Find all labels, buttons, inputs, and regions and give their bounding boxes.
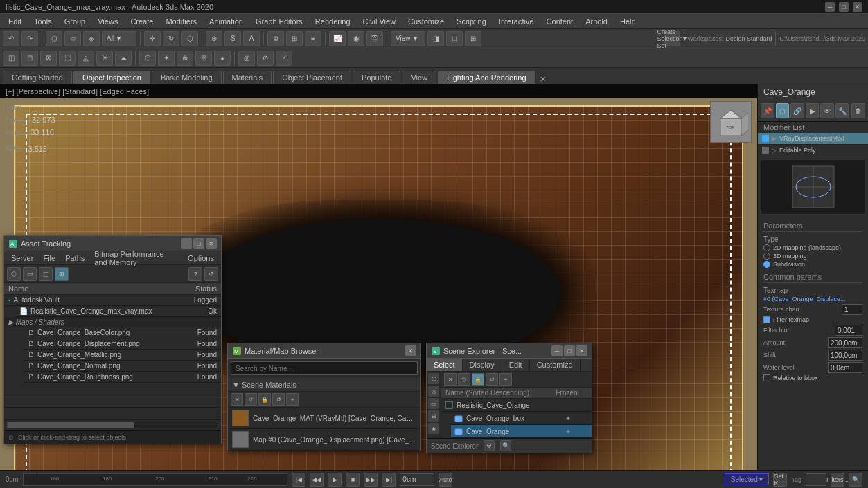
sub-btn-12[interactable]: ⬥: [214, 51, 231, 66]
view-dropdown[interactable]: View▾: [391, 31, 425, 46]
tab-close-btn[interactable]: ✕: [540, 75, 546, 84]
sub-btn-3[interactable]: ⊠: [40, 51, 57, 66]
filters-btn[interactable]: Filters...: [831, 473, 844, 487]
close-button[interactable]: ✕: [853, 2, 862, 12]
se-close-btn[interactable]: ✕: [576, 345, 587, 356]
scale-button[interactable]: ⬡: [181, 31, 198, 46]
at-row-roughness[interactable]: 🗋 Cave_Orange_Roughness.png Found: [24, 372, 221, 383]
modifier-icon-btn[interactable]: ⬡: [776, 103, 790, 118]
prev-key-btn[interactable]: ◀◀: [310, 473, 324, 487]
snap-toggle[interactable]: S: [224, 31, 241, 46]
help-btn[interactable]: ?: [276, 51, 292, 66]
at-menu-paths[interactable]: Paths: [61, 253, 89, 263]
at-row-displacement[interactable]: 🗋 Cave_Orange_Displacement.png Found: [24, 338, 221, 350]
menu-tools[interactable]: Tools: [28, 16, 57, 27]
at-row-metallic[interactable]: 🗋 Cave_Orange_Metallic.png Found: [24, 350, 221, 361]
set-key-btn[interactable]: Set K.: [773, 473, 787, 487]
sub-btn-4[interactable]: ⬚: [59, 51, 76, 66]
mapping-2d-row[interactable]: 2D mapping (landscape): [763, 244, 862, 252]
sub-btn-8[interactable]: ⬡: [139, 51, 156, 66]
at-menu-file[interactable]: File: [39, 253, 60, 263]
se-left-btn-1[interactable]: ⬡: [428, 373, 439, 384]
filter-texmap-checkbox[interactable]: [763, 316, 770, 323]
se-maximize-btn[interactable]: □: [564, 345, 575, 356]
se-left-btn-2[interactable]: ◎: [428, 386, 439, 397]
tab-getting-started[interactable]: Getting Started: [3, 71, 72, 84]
maximize-button[interactable]: □: [839, 2, 849, 12]
select-region-button[interactable]: ▭: [64, 31, 81, 46]
at-row-normal[interactable]: 🗋 Cave_Orange_Normal.png Found: [24, 361, 221, 372]
menu-civil-view[interactable]: Civil View: [357, 16, 401, 27]
sub-btn-14[interactable]: ⊙: [257, 51, 274, 66]
mirror-button[interactable]: ⧉: [267, 31, 284, 46]
select-filter-button[interactable]: ◈: [83, 31, 100, 46]
mb-scene-materials-title[interactable]: ▼ Scene Materials: [228, 379, 420, 392]
at-menu-server[interactable]: Server: [7, 253, 37, 263]
menu-scripting[interactable]: Scripting: [451, 16, 492, 27]
se-row-cave-box[interactable]: Cave_Orange_box ✦: [451, 412, 592, 425]
se-row-cave-orange[interactable]: Cave_Orange ✦: [451, 425, 592, 438]
at-maximize-btn[interactable]: □: [193, 238, 204, 249]
auto-key-btn[interactable]: Auto: [439, 473, 452, 487]
play-btn[interactable]: ▶: [328, 473, 342, 487]
rotate-button[interactable]: ↻: [163, 31, 179, 46]
se-tb-refresh[interactable]: ↺: [486, 373, 498, 386]
mb-tb-lock[interactable]: 🔒: [258, 393, 271, 406]
selection-set-btn[interactable]: Create Selection Set ▾: [664, 31, 680, 46]
at-refresh-btn[interactable]: ↺: [204, 267, 218, 281]
delete-modifier-btn[interactable]: 🗑: [851, 103, 865, 118]
tab-object-placement[interactable]: Object Placement: [273, 71, 351, 84]
se-tab-display[interactable]: Display: [463, 359, 502, 371]
mb-tb-delete[interactable]: ✕: [231, 393, 243, 406]
texmap-value[interactable]: #0 (Cave_Orange_Displace...: [763, 295, 862, 303]
at-btn-4[interactable]: ⊞: [55, 267, 69, 281]
at-scrollbar[interactable]: [7, 422, 218, 428]
timeline-search-btn[interactable]: 🔍: [849, 473, 862, 487]
sub-btn-11[interactable]: ⊞: [195, 51, 212, 66]
snap-button[interactable]: ⊕: [206, 31, 222, 46]
tab-lighting-rendering[interactable]: Lighting And Rendering: [438, 71, 535, 84]
menu-graph-editors[interactable]: Graph Editors: [250, 16, 308, 27]
sub-btn-7[interactable]: ☁: [115, 51, 132, 66]
menu-interactive[interactable]: Interactive: [493, 16, 540, 27]
mb-tb-filter[interactable]: ▽: [245, 393, 257, 406]
se-tb-filter[interactable]: ▽: [458, 373, 470, 386]
menu-group[interactable]: Group: [59, 16, 91, 27]
layer-button[interactable]: ≡: [305, 31, 321, 46]
selected-label-box[interactable]: Selected ▾: [725, 473, 770, 485]
tab-populate[interactable]: Populate: [353, 71, 400, 84]
subdivision-row[interactable]: Subdivision: [763, 260, 862, 269]
at-btn-3[interactable]: ◫: [39, 267, 53, 281]
filter-texmap-row[interactable]: Filter texmap: [763, 316, 862, 324]
se-search-btn[interactable]: 🔍: [500, 440, 511, 451]
sub-btn-5[interactable]: ◬: [78, 51, 94, 66]
sub-btn-10[interactable]: ⊕: [177, 51, 193, 66]
pin-icon-btn[interactable]: 📌: [761, 103, 774, 118]
mb-close-btn[interactable]: ✕: [405, 345, 416, 356]
motion-icon-btn[interactable]: ▶: [806, 103, 820, 118]
filter-dropdown[interactable]: All▾: [102, 31, 136, 46]
se-settings-btn[interactable]: ⚙: [484, 440, 495, 451]
frame-input[interactable]: [400, 473, 434, 486]
at-row-vault[interactable]: ▪ Autodesk Vault Logged: [4, 295, 221, 306]
se-left-btn-5[interactable]: ◈: [428, 423, 439, 434]
relative-bbox-row[interactable]: Relative to bbox: [763, 374, 862, 382]
mb-tb-refresh[interactable]: ↺: [272, 393, 285, 406]
menu-customize[interactable]: Customize: [402, 16, 450, 27]
stop-btn[interactable]: ■: [346, 473, 360, 487]
at-minimize-btn[interactable]: ─: [181, 238, 192, 249]
at-close-btn[interactable]: ✕: [206, 238, 217, 249]
menu-views[interactable]: Views: [92, 16, 123, 27]
sub-btn-2[interactable]: ⊡: [21, 51, 38, 66]
subdivision-radio[interactable]: [763, 261, 770, 268]
utility-icon-btn[interactable]: 🔧: [835, 103, 849, 118]
se-tab-customize[interactable]: Customize: [530, 359, 581, 371]
tex-chan-input[interactable]: [842, 304, 862, 315]
at-row-max-file[interactable]: 📄 Realistic_Cave_Orange_max_vray.max Ok: [15, 306, 221, 317]
align-button[interactable]: ⊞: [286, 31, 303, 46]
display-icon-btn[interactable]: 👁: [820, 103, 834, 118]
se-left-btn-3[interactable]: ▭: [428, 398, 439, 409]
wire-btn[interactable]: ⊞: [465, 31, 481, 46]
mapping-3d-radio[interactable]: [763, 253, 770, 260]
design-standard-label[interactable]: Design Standard: [725, 35, 772, 42]
